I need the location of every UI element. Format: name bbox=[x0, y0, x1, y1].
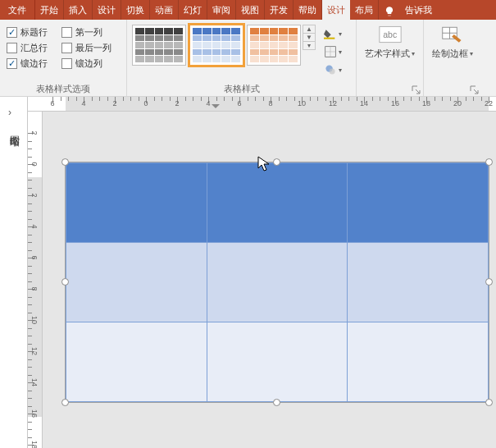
dialog-launcher-icon[interactable] bbox=[470, 85, 480, 95]
bucket-icon bbox=[324, 28, 337, 39]
style-swatch-dark[interactable] bbox=[132, 25, 186, 66]
table-cell[interactable] bbox=[66, 163, 207, 243]
ruler-number: 2 bbox=[30, 130, 39, 135]
ruler-number: 2 bbox=[175, 99, 179, 107]
tab-review[interactable]: 审阅 bbox=[207, 0, 236, 20]
slide-canvas[interactable] bbox=[43, 112, 496, 448]
table-cell[interactable] bbox=[348, 163, 489, 243]
table-cell[interactable] bbox=[348, 322, 489, 402]
ruler-number: 4 bbox=[30, 224, 39, 228]
checkbox-icon bbox=[7, 43, 17, 53]
table[interactable] bbox=[66, 162, 489, 402]
tell-me[interactable]: 告诉我 bbox=[400, 0, 437, 20]
table-row[interactable] bbox=[66, 243, 489, 322]
ruler-number: 14 bbox=[30, 378, 39, 386]
opt-last-column[interactable]: 最后一列 bbox=[61, 42, 111, 54]
tab-design[interactable]: 设计 bbox=[93, 0, 121, 20]
tell-me-icon[interactable] bbox=[379, 0, 400, 20]
opt-header-row[interactable]: 标题行 bbox=[7, 26, 57, 39]
ruler-number: 2 bbox=[112, 99, 116, 107]
indent-marker-icon[interactable] bbox=[212, 104, 220, 112]
table-object[interactable] bbox=[66, 162, 489, 402]
table-cell[interactable] bbox=[207, 243, 348, 322]
resize-handle[interactable] bbox=[485, 158, 493, 166]
wordart-styles-button[interactable]: abc 艺术字样式▾ bbox=[365, 25, 415, 60]
ruler-number: 6 bbox=[50, 99, 54, 107]
table-row[interactable] bbox=[66, 163, 489, 243]
table-style-gallery bbox=[132, 25, 301, 66]
tab-developer[interactable]: 开发 bbox=[265, 0, 294, 20]
expand-pane-icon[interactable]: › bbox=[8, 107, 11, 118]
ruler-horizontal: 6420246810121416182022 bbox=[28, 97, 496, 112]
btn-label: 绘制边框 bbox=[432, 48, 468, 60]
opt-first-column[interactable]: 第一列 bbox=[61, 26, 111, 39]
ruler-number: 18 bbox=[30, 441, 39, 448]
ruler-number: 20 bbox=[453, 99, 462, 107]
style-swatch-orange[interactable] bbox=[247, 25, 301, 66]
ruler-number: 0 bbox=[30, 162, 39, 166]
ruler-number: 22 bbox=[485, 99, 493, 107]
group-table-style-options: 标题行 第一列 汇总行 最后一列 镶边行 镶边列 表格样式选项 bbox=[0, 20, 127, 96]
opt-label: 镶边行 bbox=[20, 57, 48, 70]
tab-table-layout[interactable]: 布局 bbox=[350, 0, 379, 20]
dialog-launcher-icon[interactable] bbox=[412, 85, 421, 95]
opt-label: 标题行 bbox=[20, 26, 48, 39]
checkbox-icon bbox=[61, 58, 72, 69]
table-cell[interactable] bbox=[66, 243, 207, 322]
resize-handle[interactable] bbox=[61, 278, 69, 286]
opt-total-row[interactable]: 汇总行 bbox=[7, 42, 57, 54]
gallery-scroll-down[interactable]: ▼ bbox=[303, 34, 315, 42]
tab-slideshow[interactable]: 幻灯 bbox=[179, 0, 207, 20]
table-cell[interactable] bbox=[207, 163, 348, 243]
btn-label: 艺术字样式 bbox=[365, 48, 410, 60]
tab-table-design[interactable]: 设计 bbox=[322, 0, 350, 20]
group-label bbox=[357, 83, 423, 96]
checkbox-icon bbox=[7, 27, 17, 38]
wordart-icon: abc bbox=[379, 25, 402, 44]
ribbon-tab-bar: 文件 开始 插入 设计 切换 动画 幻灯 审阅 视图 开发 帮助 设计 布局 告… bbox=[0, 0, 496, 20]
resize-handle[interactable] bbox=[485, 399, 493, 406]
group-table-styles: ▲ ▼ ▾ ▾ ▾ ▾ 表格样式 bbox=[127, 20, 357, 96]
opt-banded-rows[interactable]: 镶边行 bbox=[7, 57, 57, 70]
svg-point-2 bbox=[330, 69, 335, 75]
checkbox-icon bbox=[61, 43, 72, 53]
workspace: › 缩略图 6420246810121416182022 20246810121… bbox=[0, 97, 496, 448]
gallery-scroll-up[interactable]: ▲ bbox=[303, 25, 315, 34]
table-cell[interactable] bbox=[348, 243, 489, 322]
gallery-more[interactable]: ▾ bbox=[303, 42, 315, 49]
ruler-number: 10 bbox=[30, 316, 39, 324]
ruler-number: 12 bbox=[30, 347, 39, 355]
style-swatch-blue[interactable] bbox=[189, 25, 243, 66]
opt-banded-columns[interactable]: 镶边列 bbox=[61, 57, 111, 70]
chevron-down-icon: ▾ bbox=[339, 48, 342, 56]
tab-animations[interactable]: 动画 bbox=[150, 0, 179, 20]
tab-insert[interactable]: 插入 bbox=[64, 0, 93, 20]
group-wordart-styles: abc 艺术字样式▾ bbox=[357, 20, 424, 96]
tab-help[interactable]: 帮助 bbox=[294, 0, 322, 20]
tab-home[interactable]: 开始 bbox=[35, 0, 64, 20]
group-label: 表格样式选项 bbox=[0, 83, 126, 96]
ruler-number: 4 bbox=[206, 99, 210, 107]
tab-transitions[interactable]: 切换 bbox=[121, 0, 150, 20]
table-cell[interactable] bbox=[207, 322, 348, 402]
effects-button[interactable]: ▾ bbox=[322, 62, 352, 77]
ruler-number: 8 bbox=[30, 286, 39, 290]
effects-icon bbox=[324, 64, 337, 75]
resize-handle[interactable] bbox=[273, 158, 280, 166]
ruler-number: 12 bbox=[329, 99, 337, 107]
resize-handle[interactable] bbox=[485, 278, 493, 286]
table-row[interactable] bbox=[66, 322, 489, 402]
group-label bbox=[424, 83, 481, 96]
resize-handle[interactable] bbox=[61, 399, 69, 406]
borders-button[interactable]: ▾ bbox=[322, 44, 352, 59]
ruler-number: 16 bbox=[30, 409, 39, 418]
draw-borders-button[interactable]: 绘制边框▾ bbox=[432, 25, 473, 60]
table-cell[interactable] bbox=[66, 322, 207, 402]
resize-handle[interactable] bbox=[61, 158, 69, 166]
tab-file[interactable]: 文件 bbox=[0, 0, 35, 20]
opt-label: 汇总行 bbox=[20, 42, 48, 54]
tab-view[interactable]: 视图 bbox=[236, 0, 265, 20]
resize-handle[interactable] bbox=[273, 399, 280, 406]
shading-button[interactable]: ▾ bbox=[322, 26, 352, 41]
ruler-number: 10 bbox=[298, 99, 306, 107]
